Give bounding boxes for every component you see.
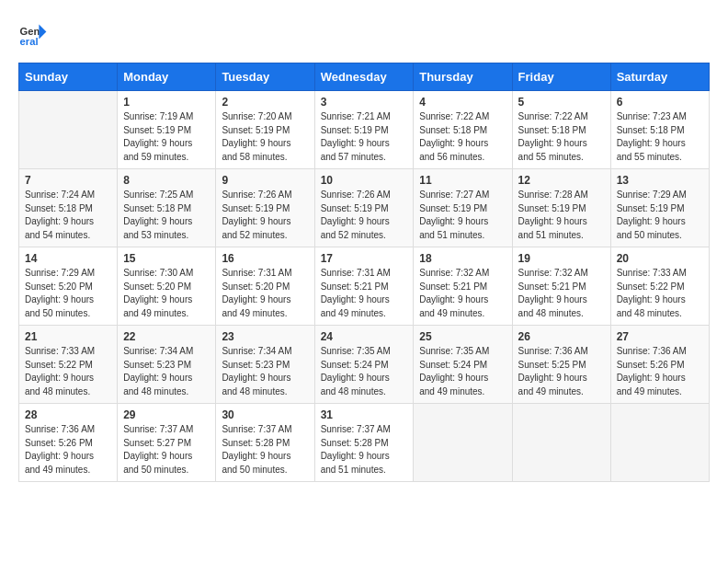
day-info: Sunrise: 7:19 AM Sunset: 5:19 PM Dayligh… <box>123 110 210 164</box>
day-info: Sunrise: 7:22 AM Sunset: 5:18 PM Dayligh… <box>518 110 605 164</box>
day-info: Sunrise: 7:35 AM Sunset: 5:24 PM Dayligh… <box>321 345 408 398</box>
day-number: 28 <box>25 408 111 421</box>
calendar-cell: 21Sunrise: 7:33 AM Sunset: 5:22 PM Dayli… <box>19 326 118 404</box>
day-info: Sunrise: 7:21 AM Sunset: 5:19 PM Dayligh… <box>321 110 408 164</box>
svg-text:Gen: Gen <box>20 26 40 37</box>
calendar-cell: 9Sunrise: 7:26 AM Sunset: 5:19 PM Daylig… <box>216 169 314 247</box>
day-number: 5 <box>518 96 605 109</box>
day-number: 10 <box>321 174 408 187</box>
day-number: 6 <box>617 96 703 109</box>
day-number: 31 <box>321 408 408 421</box>
day-number: 4 <box>419 96 506 109</box>
calendar-cell: 31Sunrise: 7:37 AM Sunset: 5:28 PM Dayli… <box>314 404 414 482</box>
calendar-cell: 30Sunrise: 7:37 AM Sunset: 5:28 PM Dayli… <box>216 404 314 482</box>
calendar-cell: 29Sunrise: 7:37 AM Sunset: 5:27 PM Dayli… <box>118 404 216 482</box>
day-number: 15 <box>123 252 210 265</box>
day-info: Sunrise: 7:28 AM Sunset: 5:19 PM Dayligh… <box>518 189 605 242</box>
weekday-header-cell: Saturday <box>610 63 709 91</box>
day-number: 14 <box>25 252 111 265</box>
day-info: Sunrise: 7:31 AM Sunset: 5:20 PM Dayligh… <box>222 267 308 320</box>
day-number: 24 <box>321 330 408 343</box>
calendar-cell: 1Sunrise: 7:19 AM Sunset: 5:19 PM Daylig… <box>118 91 216 169</box>
calendar-cell: 15Sunrise: 7:30 AM Sunset: 5:20 PM Dayli… <box>118 247 216 326</box>
day-info: Sunrise: 7:22 AM Sunset: 5:18 PM Dayligh… <box>419 110 506 164</box>
calendar-cell <box>512 404 610 482</box>
weekday-header-row: SundayMondayTuesdayWednesdayThursdayFrid… <box>19 63 710 91</box>
calendar-cell: 19Sunrise: 7:32 AM Sunset: 5:21 PM Dayli… <box>512 247 610 326</box>
calendar-cell <box>610 404 709 482</box>
calendar-cell: 18Sunrise: 7:32 AM Sunset: 5:21 PM Dayli… <box>414 247 512 326</box>
day-info: Sunrise: 7:37 AM Sunset: 5:28 PM Dayligh… <box>321 423 408 477</box>
calendar-cell: 10Sunrise: 7:26 AM Sunset: 5:19 PM Dayli… <box>314 169 414 247</box>
day-number: 20 <box>617 252 703 265</box>
day-number: 7 <box>25 174 111 187</box>
day-info: Sunrise: 7:31 AM Sunset: 5:21 PM Dayligh… <box>321 267 408 320</box>
day-number: 21 <box>25 330 111 343</box>
day-number: 2 <box>222 96 308 109</box>
calendar-cell: 3Sunrise: 7:21 AM Sunset: 5:19 PM Daylig… <box>314 91 414 169</box>
calendar-cell: 26Sunrise: 7:36 AM Sunset: 5:25 PM Dayli… <box>512 326 610 404</box>
day-info: Sunrise: 7:29 AM Sunset: 5:19 PM Dayligh… <box>617 189 703 242</box>
calendar-cell: 5Sunrise: 7:22 AM Sunset: 5:18 PM Daylig… <box>512 91 610 169</box>
day-number: 25 <box>419 330 506 343</box>
day-number: 17 <box>321 252 408 265</box>
day-info: Sunrise: 7:34 AM Sunset: 5:23 PM Dayligh… <box>222 345 308 398</box>
calendar-week-row: 7Sunrise: 7:24 AM Sunset: 5:18 PM Daylig… <box>19 169 710 247</box>
day-number: 27 <box>617 330 703 343</box>
day-info: Sunrise: 7:37 AM Sunset: 5:28 PM Dayligh… <box>222 423 308 477</box>
day-info: Sunrise: 7:35 AM Sunset: 5:24 PM Dayligh… <box>419 345 506 398</box>
day-number: 22 <box>123 330 210 343</box>
calendar-cell <box>414 404 512 482</box>
day-number: 18 <box>419 252 506 265</box>
calendar-cell: 27Sunrise: 7:36 AM Sunset: 5:26 PM Dayli… <box>610 326 709 404</box>
day-info: Sunrise: 7:25 AM Sunset: 5:18 PM Dayligh… <box>123 189 210 242</box>
svg-text:eral: eral <box>20 36 39 47</box>
day-info: Sunrise: 7:27 AM Sunset: 5:19 PM Dayligh… <box>419 189 506 242</box>
day-number: 16 <box>222 252 308 265</box>
day-info: Sunrise: 7:26 AM Sunset: 5:19 PM Dayligh… <box>222 189 308 242</box>
day-info: Sunrise: 7:33 AM Sunset: 5:22 PM Dayligh… <box>25 345 111 398</box>
day-info: Sunrise: 7:23 AM Sunset: 5:18 PM Dayligh… <box>617 110 703 164</box>
day-info: Sunrise: 7:32 AM Sunset: 5:21 PM Dayligh… <box>419 267 506 320</box>
day-info: Sunrise: 7:29 AM Sunset: 5:20 PM Dayligh… <box>25 267 111 320</box>
day-info: Sunrise: 7:37 AM Sunset: 5:27 PM Dayligh… <box>123 423 210 477</box>
day-info: Sunrise: 7:20 AM Sunset: 5:19 PM Dayligh… <box>222 110 308 164</box>
calendar-week-row: 21Sunrise: 7:33 AM Sunset: 5:22 PM Dayli… <box>19 326 710 404</box>
day-number: 30 <box>222 408 308 421</box>
day-number: 9 <box>222 174 308 187</box>
calendar-cell: 7Sunrise: 7:24 AM Sunset: 5:18 PM Daylig… <box>19 169 118 247</box>
calendar-cell: 20Sunrise: 7:33 AM Sunset: 5:22 PM Dayli… <box>610 247 709 326</box>
weekday-header-cell: Monday <box>118 63 216 91</box>
weekday-header-cell: Thursday <box>414 63 512 91</box>
calendar-week-row: 28Sunrise: 7:36 AM Sunset: 5:26 PM Dayli… <box>19 404 710 482</box>
calendar-cell: 13Sunrise: 7:29 AM Sunset: 5:19 PM Dayli… <box>610 169 709 247</box>
header: Gen eral <box>18 18 710 48</box>
calendar-week-row: 14Sunrise: 7:29 AM Sunset: 5:20 PM Dayli… <box>19 247 710 326</box>
day-number: 11 <box>419 174 506 187</box>
day-number: 19 <box>518 252 605 265</box>
weekday-header-cell: Sunday <box>19 63 118 91</box>
day-info: Sunrise: 7:33 AM Sunset: 5:22 PM Dayligh… <box>617 267 703 320</box>
calendar-body: 1Sunrise: 7:19 AM Sunset: 5:19 PM Daylig… <box>19 91 710 482</box>
day-number: 8 <box>123 174 210 187</box>
day-number: 29 <box>123 408 210 421</box>
day-number: 26 <box>518 330 605 343</box>
day-number: 3 <box>321 96 408 109</box>
day-number: 23 <box>222 330 308 343</box>
weekday-header-cell: Wednesday <box>314 63 414 91</box>
weekday-header-cell: Friday <box>512 63 610 91</box>
calendar-cell: 17Sunrise: 7:31 AM Sunset: 5:21 PM Dayli… <box>314 247 414 326</box>
calendar-cell: 4Sunrise: 7:22 AM Sunset: 5:18 PM Daylig… <box>414 91 512 169</box>
calendar-cell: 22Sunrise: 7:34 AM Sunset: 5:23 PM Dayli… <box>118 326 216 404</box>
day-number: 12 <box>518 174 605 187</box>
calendar: SundayMondayTuesdayWednesdayThursdayFrid… <box>18 63 710 482</box>
calendar-cell: 25Sunrise: 7:35 AM Sunset: 5:24 PM Dayli… <box>414 326 512 404</box>
day-info: Sunrise: 7:36 AM Sunset: 5:26 PM Dayligh… <box>25 423 111 477</box>
day-info: Sunrise: 7:34 AM Sunset: 5:23 PM Dayligh… <box>123 345 210 398</box>
calendar-cell: 2Sunrise: 7:20 AM Sunset: 5:19 PM Daylig… <box>216 91 314 169</box>
calendar-week-row: 1Sunrise: 7:19 AM Sunset: 5:19 PM Daylig… <box>19 91 710 169</box>
day-number: 13 <box>617 174 703 187</box>
logo: Gen eral <box>18 18 51 48</box>
day-info: Sunrise: 7:24 AM Sunset: 5:18 PM Dayligh… <box>25 189 111 242</box>
calendar-cell: 28Sunrise: 7:36 AM Sunset: 5:26 PM Dayli… <box>19 404 118 482</box>
